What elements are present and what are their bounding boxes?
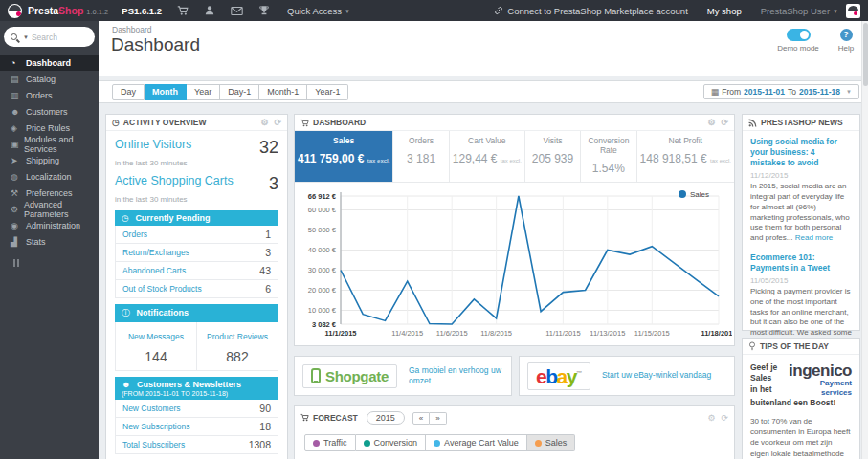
range-button-month-1[interactable]: Month-1 <box>259 84 307 100</box>
sidebar-item-catalog[interactable]: ▤Catalog <box>0 71 99 87</box>
customer-value: 90 <box>259 403 271 414</box>
quick-access-menu[interactable]: Quick Access▼ <box>287 6 350 16</box>
forecast-legend-average-cart-value[interactable]: Average Cart Value <box>426 434 527 451</box>
range-button-day-1[interactable]: Day-1 <box>220 84 259 100</box>
range-button-day[interactable]: Day <box>112 84 145 100</box>
my-shop-link[interactable]: My shop <box>707 6 742 16</box>
ebay-letter: b <box>545 365 556 387</box>
prestashop-logo <box>8 4 22 18</box>
kpi-value: 411 759,00 € tax excl. <box>298 152 389 165</box>
notification-link[interactable]: Product Reviews <box>207 332 268 341</box>
pending-link[interactable]: Out of Stock Products <box>122 284 202 294</box>
help-button[interactable]: ? Help <box>832 29 860 53</box>
next-year-button[interactable]: » <box>430 412 446 425</box>
sidebar-search[interactable]: ▼ <box>4 27 95 47</box>
svg-text:40 000 €: 40 000 € <box>308 246 337 254</box>
sidebar-item-administration[interactable]: ◉Administration <box>0 217 99 233</box>
sidebar-item-shipping[interactable]: ➤Shipping <box>0 152 99 168</box>
panel-refresh-icon[interactable]: ⟳ <box>721 413 728 423</box>
date-to: 2015-11-18 <box>799 87 840 97</box>
range-button-month[interactable]: Month <box>145 84 187 100</box>
read-more-link[interactable]: Read more <box>795 233 834 242</box>
pending-link[interactable]: Abandoned Carts <box>122 266 186 275</box>
kpi-tab-orders[interactable]: Orders3 181 <box>393 131 449 182</box>
active-carts-link[interactable]: Active Shopping Carts <box>115 174 234 187</box>
date-range-picker[interactable]: ▦ From 2015-11-01 To 2015-11-18 ▼ <box>703 84 859 99</box>
news-article-title[interactable]: Ecommerce 101: Payments in a Tweet <box>750 252 852 273</box>
tips-of-the-day-panel: TIPS OF THE DAY ingenico Paymentservices… <box>742 338 860 459</box>
panel-refresh-icon[interactable]: ⟳ <box>274 118 281 127</box>
forecast-legend-conversion[interactable]: Conversion <box>356 434 427 451</box>
kpi-tab-net-profit[interactable]: Net Profit148 918,51 € tax excl. <box>637 131 734 182</box>
sidebar-item-price-rules[interactable]: ◈Price Rules <box>0 120 99 136</box>
messages-icon[interactable] <box>231 6 243 16</box>
pending-row: Orders1 <box>115 226 278 244</box>
cart-icon <box>300 119 309 127</box>
sidebar-item-modules-and-services[interactable]: ▣Modules and Services <box>0 136 99 152</box>
demo-mode-block: Demo mode <box>773 29 823 53</box>
panel-settings-icon[interactable]: ⚙ <box>707 413 715 423</box>
customers-newsletters-header: ☻ Customers & Newsletters (FROM 2015-11-… <box>115 377 278 400</box>
sidebar-item-dashboard[interactable]: ◔Dashboard <box>0 55 99 71</box>
sidebar-item-localization[interactable]: ◍Localization <box>0 168 99 185</box>
forecast-legend-sales[interactable]: Sales <box>527 434 576 451</box>
customers-icon[interactable] <box>204 5 215 16</box>
breadcrumb[interactable]: Dashboard <box>112 25 152 34</box>
previous-year-button[interactable]: « <box>412 412 430 425</box>
cart-icon <box>300 413 309 424</box>
marketplace-connect-link[interactable]: Connect to PrestaShop Marketplace accoun… <box>494 6 688 16</box>
notification-link[interactable]: New Messages <box>128 332 184 341</box>
pending-link[interactable]: Orders <box>122 230 147 239</box>
sidebar-item-stats[interactable]: ▟Stats <box>0 233 99 250</box>
panel-settings-icon[interactable]: ⚙ <box>707 118 715 127</box>
scrollbar-thumb[interactable] <box>863 23 868 86</box>
sidebar-item-preferences[interactable]: ⚒Preferences <box>0 185 99 201</box>
kpi-tab-conversion-rate[interactable]: Conversion Rate1.54% <box>581 131 636 182</box>
page-scrollbar[interactable] <box>861 21 868 459</box>
user-menu[interactable]: PrestaShop User▼ <box>761 6 838 16</box>
sidebar-item-label: Catalog <box>26 75 56 84</box>
svg-text:50 000 €: 50 000 € <box>308 226 337 234</box>
customer-link[interactable]: New Subscriptions <box>122 422 189 431</box>
customer-link[interactable]: New Customers <box>122 404 180 413</box>
customer-value: 1308 <box>249 439 271 450</box>
forecast-year[interactable]: 2015 <box>367 411 405 425</box>
menu-collapse-button[interactable] <box>13 259 99 267</box>
chevron-down-icon[interactable]: ▼ <box>23 34 29 40</box>
sidebar-item-customers[interactable]: ☻Customers <box>0 103 99 120</box>
trophy-icon[interactable] <box>258 5 270 16</box>
sidebar-item-label: Price Rules <box>26 123 70 133</box>
shopgate-logo[interactable]: Shopgate <box>302 364 397 388</box>
online-visitors-link[interactable]: Online Visitors <box>115 138 191 151</box>
sales-line-chart[interactable]: 3 082 €10 000 €20 000 €30 000 €40 000 €5… <box>297 185 732 339</box>
sidebar-item-label: Advanced Parameters <box>24 200 99 219</box>
kpi-tab-cart-value[interactable]: Cart Value129,44 € tax excl. <box>450 131 525 182</box>
range-button-year[interactable]: Year <box>187 84 220 100</box>
svg-text:11/11/2015: 11/11/2015 <box>545 329 580 338</box>
news-article-title[interactable]: Using social media for your business: 4 … <box>750 137 852 168</box>
avatar[interactable] <box>846 4 860 18</box>
range-button-year-1[interactable]: Year-1 <box>307 84 348 100</box>
pending-row: Return/Exchanges3 <box>115 244 278 262</box>
pending-link[interactable]: Return/Exchanges <box>122 248 189 257</box>
sidebar-item-label: Stats <box>26 237 46 247</box>
demo-mode-toggle[interactable] <box>787 29 811 41</box>
kpi-tab-sales[interactable]: Sales411 759,00 € tax excl. <box>295 131 393 182</box>
pending-value: 1 <box>265 229 271 240</box>
ebay-logo[interactable]: ebay™ <box>527 362 590 390</box>
forecast-legend-traffic[interactable]: Traffic <box>304 434 356 451</box>
localization-icon: ◍ <box>11 172 26 182</box>
sidebar-item-orders[interactable]: ▥Orders <box>0 87 99 103</box>
panel-refresh-icon[interactable]: ⟳ <box>721 118 728 127</box>
search-input[interactable] <box>32 33 85 42</box>
orders-icon: ▥ <box>11 91 26 100</box>
customer-link[interactable]: Total Subscribers <box>122 440 185 449</box>
sidebar-item-advanced-parameters[interactable]: ⚙Advanced Parameters <box>0 201 99 217</box>
shopgate-link[interactable]: Ga mobiel en verhoog uw omzet <box>409 365 503 386</box>
ebay-link[interactable]: Start uw eBay-winkel vandaag <box>602 370 711 381</box>
kpi-tabs: Sales411 759,00 € tax excl.Orders3 181Ca… <box>295 131 734 183</box>
panel-settings-icon[interactable]: ⚙ <box>260 118 268 127</box>
svg-text:20 000 €: 20 000 € <box>308 286 337 295</box>
kpi-tab-visits[interactable]: Visits205 939 <box>525 131 581 182</box>
cart-icon[interactable] <box>177 5 189 16</box>
